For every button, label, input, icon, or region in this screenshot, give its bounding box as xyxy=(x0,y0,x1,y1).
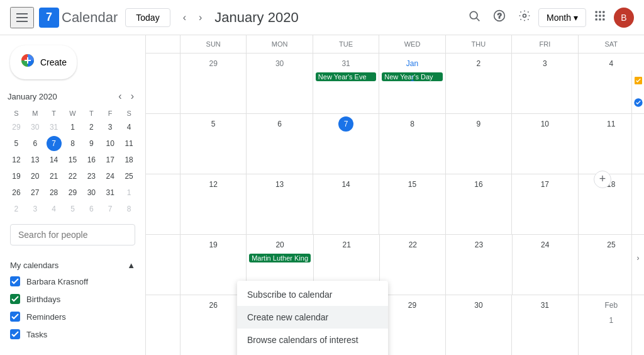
cal-cell-30[interactable]: 30 xyxy=(445,295,511,355)
day-num-21[interactable]: 21 xyxy=(339,237,354,252)
other-calendars-header[interactable]: Other calendars △ xyxy=(0,348,145,355)
mini-day-21[interactable]: 21 xyxy=(47,169,62,184)
add-button[interactable]: + xyxy=(594,171,611,188)
day-num-feb1[interactable]: Feb 1 xyxy=(604,298,619,313)
mini-day-12[interactable]: 12 xyxy=(9,152,24,167)
day-num-24[interactable]: 24 xyxy=(538,237,553,252)
day-num-14[interactable]: 14 xyxy=(338,177,353,192)
cal-cell-19[interactable]: 19 xyxy=(180,235,246,295)
mini-day-2[interactable]: 2 xyxy=(84,120,99,135)
day-num-2[interactable]: 2 xyxy=(471,56,486,71)
cal-cell-31[interactable]: 31 xyxy=(511,295,577,355)
mini-day-15[interactable]: 15 xyxy=(65,152,80,167)
day-num-29[interactable]: 29 xyxy=(404,298,419,313)
view-dropdown[interactable]: Month ▾ xyxy=(538,8,586,27)
cal-item-tasks[interactable]: Tasks xyxy=(0,325,145,343)
mini-cal-next[interactable]: › xyxy=(127,89,138,103)
mini-day-14[interactable]: 14 xyxy=(47,152,62,167)
prev-button[interactable]: ‹ xyxy=(178,7,191,28)
cal-cell-2[interactable]: 2 xyxy=(445,54,511,113)
next-button[interactable]: › xyxy=(194,7,207,28)
mini-day-9[interactable]: 9 xyxy=(84,136,99,151)
mini-day-7next[interactable]: 7 xyxy=(103,201,118,217)
day-num-7-today[interactable]: 7 xyxy=(338,116,353,132)
day-num-8[interactable]: 8 xyxy=(404,116,419,132)
day-num-23[interactable]: 23 xyxy=(472,237,487,252)
cal-cell-5[interactable]: 5 xyxy=(180,114,246,174)
mini-day-28[interactable]: 28 xyxy=(47,185,62,200)
menu-create-calendar[interactable]: Create new calendar xyxy=(237,306,388,329)
day-num-13[interactable]: 13 xyxy=(272,177,287,192)
mini-day-19[interactable]: 19 xyxy=(9,169,24,184)
mini-day-26[interactable]: 26 xyxy=(9,185,24,200)
cal-item-reminders[interactable]: Reminders xyxy=(0,308,145,325)
menu-subscribe[interactable]: Subscribe to calendar xyxy=(237,283,388,306)
cal-cell-10[interactable]: 10 xyxy=(511,114,577,174)
day-num-19[interactable]: 19 xyxy=(206,237,221,252)
mini-day-2next[interactable]: 2 xyxy=(9,201,24,217)
cal-cell-16[interactable]: 16 xyxy=(445,174,511,234)
day-num-10[interactable]: 10 xyxy=(537,116,552,132)
cal-cell-22[interactable]: 22 xyxy=(379,235,445,295)
day-num-31prev[interactable]: 31 xyxy=(338,56,353,71)
cal-cell-jan1[interactable]: Jan 1 New Year's Day xyxy=(379,54,445,113)
avatar[interactable]: B xyxy=(614,8,634,28)
day-num-5[interactable]: 5 xyxy=(206,116,221,132)
mini-day-23[interactable]: 23 xyxy=(84,169,99,184)
cal-cell-29[interactable]: 29 xyxy=(379,295,445,355)
day-num-11[interactable]: 11 xyxy=(604,116,619,132)
menu-browse[interactable]: Browse calendars of interest xyxy=(237,329,388,351)
day-num-30[interactable]: 30 xyxy=(471,298,486,313)
mini-day-29prev[interactable]: 29 xyxy=(9,120,24,135)
cal-cell-9[interactable]: 9 xyxy=(445,114,511,174)
day-num-29prev[interactable]: 29 xyxy=(206,56,221,71)
cal-cell-3[interactable]: 3 xyxy=(511,54,577,113)
cal-cell-26[interactable]: 26 xyxy=(180,295,246,355)
today-button[interactable]: Today xyxy=(125,8,170,27)
create-button[interactable]: Create xyxy=(10,45,77,79)
mini-day-8[interactable]: 8 xyxy=(65,136,80,151)
mini-day-1[interactable]: 1 xyxy=(65,120,80,135)
day-num-26[interactable]: 26 xyxy=(206,298,221,313)
cal-cell-7[interactable]: 7 xyxy=(313,114,379,174)
mini-day-1next[interactable]: 1 xyxy=(121,185,136,200)
settings-button[interactable] xyxy=(513,4,536,30)
mini-day-20[interactable]: 20 xyxy=(28,169,43,184)
cal-cell-29prev[interactable]: 29 xyxy=(180,54,246,113)
my-calendars-header[interactable]: My calendars ▲ xyxy=(0,256,145,273)
mini-day-29[interactable]: 29 xyxy=(65,185,80,200)
cal-cell-31prev[interactable]: 31 New Year's Eve xyxy=(313,54,379,113)
event-mlk[interactable]: Martin Luther King xyxy=(249,254,311,262)
mini-day-11[interactable]: 11 xyxy=(121,136,136,151)
cal-item-birthdays[interactable]: Birthdays xyxy=(0,290,145,308)
mini-day-5next[interactable]: 5 xyxy=(65,201,80,217)
day-num-jan1[interactable]: Jan 1 xyxy=(404,56,419,71)
mini-day-10[interactable]: 10 xyxy=(103,136,118,151)
cal-cell-14[interactable]: 14 xyxy=(313,174,379,234)
mini-day-5[interactable]: 5 xyxy=(9,136,24,151)
cal-cell-24[interactable]: 24 xyxy=(512,235,578,295)
mini-day-17[interactable]: 17 xyxy=(103,152,118,167)
mini-day-31[interactable]: 31 xyxy=(103,185,118,200)
mini-day-7[interactable]: 7 xyxy=(47,136,62,151)
mini-day-25[interactable]: 25 xyxy=(121,169,136,184)
cal-cell-6[interactable]: 6 xyxy=(246,114,312,174)
mini-day-27[interactable]: 27 xyxy=(28,185,43,200)
event-new-years-eve[interactable]: New Year's Eve xyxy=(316,72,376,81)
mini-day-3next[interactable]: 3 xyxy=(28,201,43,217)
day-num-16[interactable]: 16 xyxy=(471,177,486,192)
menu-from-url[interactable]: From URL xyxy=(237,351,388,355)
mini-day-18[interactable]: 18 xyxy=(121,152,136,167)
day-num-9[interactable]: 9 xyxy=(471,116,486,132)
cal-item-barbara[interactable]: Barbara Krasnoff xyxy=(0,273,145,290)
day-num-17[interactable]: 17 xyxy=(537,177,552,192)
expand-panel-arrow[interactable]: › xyxy=(637,254,640,262)
day-num-15[interactable]: 15 xyxy=(404,177,419,192)
search-button[interactable] xyxy=(463,4,486,30)
event-new-years-day[interactable]: New Year's Day xyxy=(382,72,442,81)
mini-day-3[interactable]: 3 xyxy=(103,120,118,135)
mini-day-31prev[interactable]: 31 xyxy=(47,120,62,135)
mini-day-4next[interactable]: 4 xyxy=(47,201,62,217)
day-num-31[interactable]: 31 xyxy=(537,298,552,313)
mini-cal-prev[interactable]: ‹ xyxy=(114,89,125,103)
